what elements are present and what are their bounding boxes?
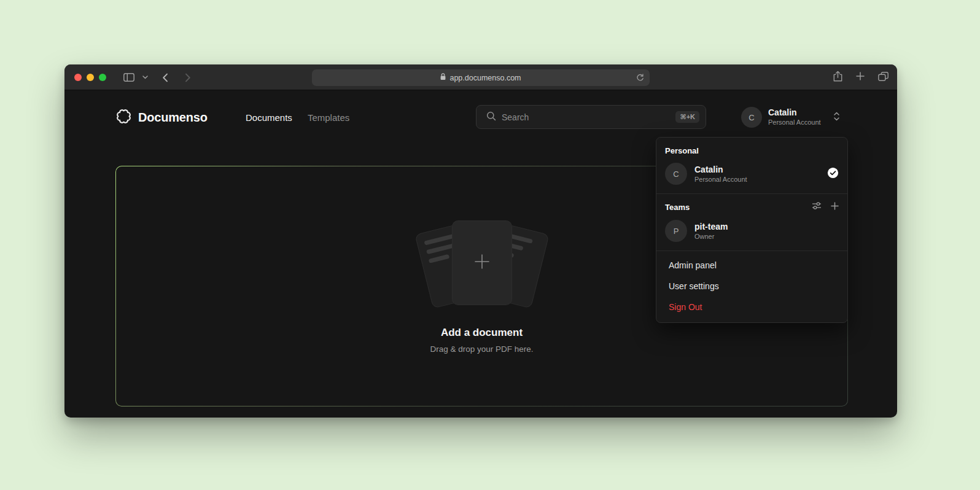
chevron-up-down-icon xyxy=(833,111,840,124)
menu-item-user-settings[interactable]: User settings xyxy=(656,276,847,297)
tab-overview-icon[interactable] xyxy=(878,72,889,84)
menu-item-sign-out[interactable]: Sign Out xyxy=(656,297,847,317)
teams-label: Teams xyxy=(665,203,812,212)
menu-team-info: pit-team Owner xyxy=(694,221,839,241)
teams-actions xyxy=(812,201,839,212)
nav-documents[interactable]: Documents xyxy=(246,112,292,123)
menu-divider xyxy=(656,193,847,194)
browser-titlebar: app.documenso.com xyxy=(64,64,897,90)
browser-window: app.documenso.com xyxy=(64,64,897,418)
sidebar-toggle-icon[interactable] xyxy=(122,64,136,90)
chevron-down-icon[interactable] xyxy=(141,64,149,90)
address-bar[interactable]: app.documenso.com xyxy=(312,69,650,86)
menu-divider xyxy=(656,251,847,251)
lock-icon xyxy=(440,73,446,82)
avatar: P xyxy=(665,220,687,242)
desktop-background: app.documenso.com xyxy=(0,0,980,490)
search-icon xyxy=(486,111,496,123)
url-text: app.documenso.com xyxy=(449,74,521,82)
search-placeholder: Search xyxy=(502,112,670,122)
account-name: Catalin xyxy=(768,107,827,119)
menu-section-personal: Personal xyxy=(656,141,847,158)
back-button[interactable] xyxy=(158,64,172,90)
minimize-window-button[interactable] xyxy=(87,74,94,81)
avatar: C xyxy=(741,107,762,128)
close-window-button[interactable] xyxy=(74,74,82,81)
selected-check-icon xyxy=(827,167,839,181)
search-shortcut-badge: ⌘+K xyxy=(675,111,699,123)
titlebar-right-actions xyxy=(833,64,889,90)
dropzone-subtitle: Drag & drop your PDF here. xyxy=(430,344,533,354)
menu-team-name: pit-team xyxy=(694,221,839,232)
menu-personal-info: Catalin Personal Account xyxy=(694,164,820,184)
menu-section-teams: Teams xyxy=(656,198,847,215)
illustration-card-center xyxy=(453,221,511,305)
brand-name: Documenso xyxy=(138,111,208,125)
menu-team-item[interactable]: P pit-team Owner xyxy=(656,215,847,247)
plus-icon xyxy=(472,252,492,274)
account-subtitle: Personal Account xyxy=(768,119,827,127)
menu-personal-subtitle: Personal Account xyxy=(694,175,820,184)
menu-item-admin-panel[interactable]: Admin panel xyxy=(656,255,847,276)
menu-personal-name: Catalin xyxy=(694,164,820,175)
menu-personal-account-item[interactable]: C Catalin Personal Account xyxy=(656,158,847,190)
documenso-logo-icon xyxy=(115,108,132,127)
manage-teams-icon[interactable] xyxy=(812,201,822,212)
nav-templates[interactable]: Templates xyxy=(308,112,349,123)
avatar: C xyxy=(665,163,687,185)
account-info: Catalin Personal Account xyxy=(768,107,827,126)
account-menu-trigger[interactable]: C Catalin Personal Account xyxy=(741,105,840,130)
new-tab-icon[interactable] xyxy=(856,72,865,83)
create-team-icon[interactable] xyxy=(831,201,839,212)
reload-icon[interactable] xyxy=(636,74,644,84)
zoom-window-button[interactable] xyxy=(99,74,106,81)
main-nav: Documents Templates xyxy=(246,105,349,130)
dropzone-title: Add a document xyxy=(441,327,523,339)
share-icon[interactable] xyxy=(833,71,842,84)
documents-illustration xyxy=(405,219,559,311)
forward-button[interactable] xyxy=(181,64,195,90)
search-input[interactable]: Search ⌘+K xyxy=(476,105,706,129)
traffic-lights xyxy=(74,74,106,81)
account-dropdown-menu: Personal C Catalin Personal Account Team… xyxy=(656,137,848,323)
menu-team-role: Owner xyxy=(694,232,839,241)
brand[interactable]: Documenso xyxy=(115,105,208,130)
